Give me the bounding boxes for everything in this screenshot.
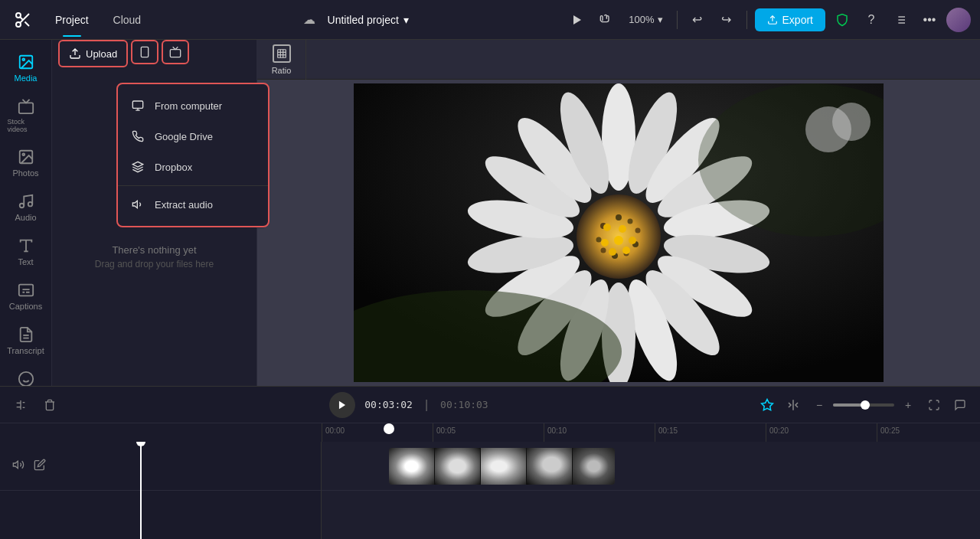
play-button[interactable] <box>329 392 355 418</box>
undo-button[interactable]: ↩ <box>685 8 710 32</box>
sidebar-item-transcript[interactable]: Transcript <box>3 318 49 363</box>
sidebar-item-stickers[interactable]: Stickers <box>3 363 49 386</box>
export-button[interactable]: Export <box>755 8 825 31</box>
comment-button[interactable] <box>949 394 971 416</box>
from-computer-item[interactable]: From computer <box>118 90 268 121</box>
svg-point-75 <box>629 237 636 244</box>
sidebar-transcript-label: Transcript <box>7 346 44 355</box>
svg-point-72 <box>596 237 602 243</box>
ruler-marks-container: 00:00 00:05 00:10 00:15 00:20 00:25 <box>322 423 980 442</box>
svg-point-0 <box>16 13 21 18</box>
svg-point-25 <box>18 372 32 386</box>
ratio-button[interactable]: Ratio <box>266 40 306 80</box>
volume-icon[interactable] <box>12 459 24 474</box>
timeline: 00:03:02 | 00:10:03 − + <box>0 386 980 539</box>
svg-point-18 <box>19 204 24 208</box>
zoom-track[interactable] <box>833 403 894 407</box>
sidebar-item-stock-videos[interactable]: Stock videos <box>3 90 49 141</box>
delete-clip-button[interactable] <box>38 394 61 416</box>
canvas-viewport <box>257 80 980 386</box>
computer-icon <box>130 98 145 113</box>
divider2 <box>746 11 747 29</box>
timeline-ruler: 00:00 00:05 00:10 00:15 00:20 00:25 <box>0 423 980 442</box>
upload-tab[interactable]: Upload <box>58 40 128 67</box>
upload-dropdown: From computer Google Drive Dropbox Extra <box>116 83 270 227</box>
extract-audio-label: Extract audio <box>155 199 213 211</box>
device-tab[interactable] <box>131 40 158 64</box>
zoom-out-button[interactable]: − <box>808 394 830 416</box>
ruler-mark-0: 00:00 <box>322 423 433 442</box>
svg-rect-34 <box>132 101 142 108</box>
ruler-mark-2: 00:10 <box>544 423 655 442</box>
track-content <box>322 442 980 539</box>
help-button[interactable]: ? <box>859 8 884 32</box>
sidebar-item-audio[interactable]: Audio <box>3 185 49 230</box>
playhead-marker[interactable] <box>384 423 394 434</box>
redo-button[interactable]: ↪ <box>714 8 739 32</box>
sidebar-item-photos[interactable]: Photos <box>3 141 49 185</box>
clip-thumb-4 <box>527 448 573 485</box>
video-clip[interactable] <box>389 448 615 485</box>
svg-point-80 <box>614 236 623 245</box>
canvas-area: Ratio <box>257 40 980 386</box>
more-button[interactable]: ••• <box>917 8 942 32</box>
svg-rect-39 <box>277 49 286 57</box>
zoom-in-button[interactable]: + <box>897 394 919 416</box>
hand-tool-button[interactable] <box>593 8 618 32</box>
ruler-mark-4: 00:20 <box>766 423 877 442</box>
edit-icon[interactable] <box>34 459 46 474</box>
magic-tool-button[interactable] <box>756 394 778 416</box>
sidebar-item-captions[interactable]: Captions <box>3 274 49 318</box>
timeline-controls: 00:03:02 | 00:10:03 − + <box>0 387 980 423</box>
main-layout: Media Stock videos Photos Audio Text Cap… <box>0 40 980 386</box>
svg-line-4 <box>20 17 23 20</box>
topbar-tools: 100% ▾ ↩ ↪ Export ? ••• <box>564 8 971 32</box>
svg-marker-90 <box>13 461 18 468</box>
play-mode-button[interactable] <box>564 8 589 32</box>
svg-point-65 <box>616 214 622 220</box>
track-labels <box>0 442 322 539</box>
topbar: Project Cloud ☁ Untitled project ▾ 100% … <box>0 0 980 40</box>
google-drive-item[interactable]: Google Drive <box>118 121 268 152</box>
svg-point-79 <box>603 224 611 231</box>
ruler-mark-5: 00:25 <box>877 423 980 442</box>
chevron-down-icon: ▾ <box>403 14 409 26</box>
zoom-slider: − + <box>808 394 919 416</box>
dropbox-item[interactable]: Dropbox <box>118 152 268 182</box>
svg-rect-15 <box>18 103 32 113</box>
extract-audio-item[interactable]: Extract audio <box>118 189 268 220</box>
current-time: 00:03:02 <box>364 399 413 410</box>
shield-button[interactable] <box>830 8 854 32</box>
fit-view-button[interactable] <box>923 394 945 416</box>
sidebar-stock-label: Stock videos <box>8 118 44 133</box>
nav-cloud[interactable]: Cloud <box>101 9 154 31</box>
history-button[interactable] <box>888 8 913 32</box>
timeline-center-controls: 00:03:02 | 00:10:03 <box>67 392 750 418</box>
trim-button[interactable] <box>9 394 32 416</box>
user-avatar[interactable] <box>946 8 971 32</box>
from-computer-label: From computer <box>155 100 222 112</box>
ratio-icon <box>273 44 291 63</box>
svg-point-84 <box>832 103 871 141</box>
split-button[interactable] <box>782 394 804 416</box>
clip-thumb-5 <box>573 448 615 485</box>
svg-point-19 <box>28 202 32 207</box>
svg-point-78 <box>601 239 609 247</box>
svg-marker-37 <box>132 201 137 207</box>
empty-sub: Drag and drop your files here <box>95 259 214 270</box>
video-preview <box>354 83 884 382</box>
sidebar-text-label: Text <box>18 257 33 266</box>
sidebar-photos-label: Photos <box>12 168 38 178</box>
tv-tab[interactable] <box>162 40 189 64</box>
nav-project[interactable]: Project <box>43 9 101 31</box>
zoom-thumb[interactable] <box>861 400 870 410</box>
sidebar-item-media[interactable]: Media <box>3 46 49 90</box>
svg-point-76 <box>622 247 630 254</box>
timeline-content: 00:00 00:05 00:10 00:15 00:20 00:25 <box>0 423 980 539</box>
sidebar-item-text[interactable]: Text <box>3 230 49 274</box>
svg-point-1 <box>16 22 21 27</box>
zoom-button[interactable]: 100% ▾ <box>622 11 668 28</box>
project-title-button[interactable]: Untitled project ▾ <box>322 11 415 29</box>
topbar-center: ☁ Untitled project ▾ <box>153 11 564 29</box>
app-logo[interactable] <box>9 6 37 34</box>
